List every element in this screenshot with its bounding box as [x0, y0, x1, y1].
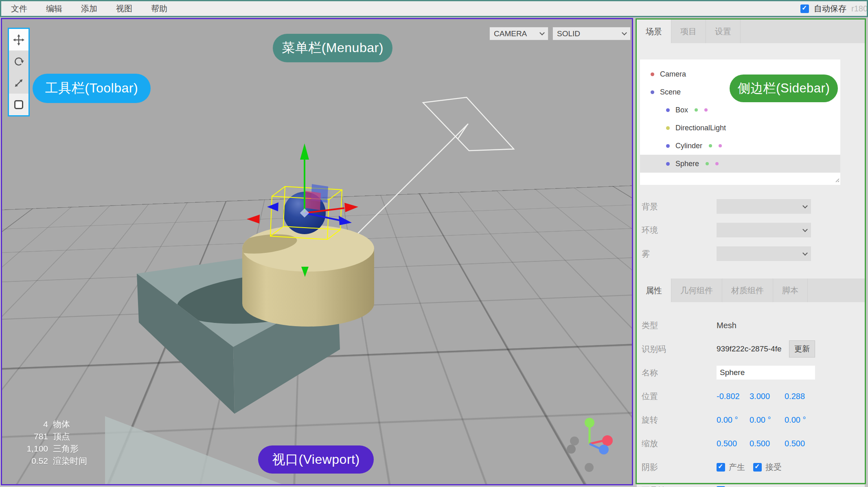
outliner-item-label: Camera — [660, 70, 686, 79]
outliner-item-box[interactable]: Box — [640, 101, 840, 119]
visibility-label: 可见性 — [642, 485, 717, 487]
menu-add[interactable]: 添加 — [75, 2, 103, 15]
outliner-item-sphere[interactable]: Sphere — [640, 155, 840, 173]
uuid-row: 识别码 939f222c-2875-4fe 更新 — [637, 337, 865, 361]
background-select[interactable] — [717, 199, 811, 214]
autosave-label: 自动保存 — [814, 3, 846, 14]
local-space-checkbox[interactable] — [14, 100, 23, 109]
chevron-down-icon — [622, 30, 627, 35]
object-type-dot — [666, 126, 670, 130]
outliner-item-label: Scene — [660, 88, 681, 97]
material-dot — [704, 108, 708, 112]
tab-scene[interactable]: 场景 — [637, 20, 671, 43]
annotation-sidebar-badge: 侧边栏(Sidebar) — [730, 75, 838, 102]
position-row: 位置 -0.802 3.000 0.288 — [637, 384, 865, 408]
stat-triangles-label: 三角形 — [53, 443, 79, 454]
shadow-cast-checkbox[interactable] — [717, 463, 725, 472]
menu-file[interactable]: 文件 — [5, 2, 33, 15]
tab-script[interactable]: 脚本 — [773, 279, 808, 302]
position-label: 位置 — [642, 391, 717, 402]
stat-objects-value: 4 — [12, 419, 48, 429]
environment-row: 环境 — [637, 218, 865, 242]
material-dot — [715, 162, 719, 165]
rotation-y-field[interactable]: 0.00 ° — [750, 415, 785, 425]
background-row: 背景 — [637, 195, 865, 218]
outliner-item-label: Cylinder — [675, 142, 702, 150]
object-type-dot — [651, 90, 654, 94]
annotation-toolbar-badge: 工具栏(Toolbar) — [33, 74, 151, 103]
name-label: 名称 — [642, 367, 717, 378]
tab-geometry[interactable]: 几何组件 — [671, 279, 722, 302]
outliner-item-label: DirectionalLight — [675, 124, 726, 132]
camera-select-value: CAMERA — [494, 29, 527, 38]
view-axes-gizmo[interactable] — [567, 418, 613, 472]
object-tabbar: 属性 几何组件 材质组件 脚本 — [637, 279, 865, 302]
menu-view[interactable]: 视图 — [110, 2, 138, 15]
tab-settings[interactable]: 设置 — [706, 20, 741, 43]
rotation-row: 旋转 0.00 ° 0.00 ° 0.00 ° — [637, 408, 865, 432]
rotation-x-field[interactable]: 0.00 ° — [717, 415, 750, 425]
menubar: 文件 编辑 添加 视图 帮助 自动保存 r180 — [0, 0, 868, 17]
shading-select-value: SOLID — [557, 29, 580, 38]
uuid-regenerate-button[interactable]: 更新 — [789, 340, 815, 358]
scale-x-field[interactable]: 0.500 — [717, 439, 750, 448]
scale-z-field[interactable]: 0.500 — [785, 439, 817, 448]
rotation-label: 旋转 — [642, 415, 717, 426]
stat-triangles-value: 1,100 — [12, 444, 48, 454]
chevron-down-icon — [802, 203, 808, 208]
outliner-resize-handle[interactable] — [834, 177, 840, 184]
geometry-dot — [706, 162, 709, 165]
position-z-field[interactable]: 0.288 — [785, 392, 817, 401]
scale-y-field[interactable]: 0.500 — [750, 439, 785, 448]
scale-row: 缩放 0.500 0.500 0.500 — [637, 432, 865, 455]
scale-tool-button[interactable] — [9, 72, 28, 94]
position-x-field[interactable]: -0.802 — [717, 392, 750, 401]
position-y-field[interactable]: 3.000 — [750, 392, 785, 401]
material-dot — [719, 144, 722, 147]
object-type-dot — [666, 162, 670, 166]
outliner-item-cylinder[interactable]: Cylinder — [640, 137, 840, 155]
outliner-item-directionallight[interactable]: DirectionalLight — [640, 119, 840, 137]
shadow-receive-label: 接受 — [765, 462, 782, 473]
shading-select[interactable]: SOLID — [552, 27, 631, 40]
object-type-dot — [666, 108, 670, 112]
autosave-checkbox[interactable] — [800, 4, 809, 13]
shadow-cast-label: 产生 — [729, 462, 745, 473]
stat-objects-label: 物体 — [53, 419, 70, 430]
menu-help[interactable]: 帮助 — [145, 2, 173, 15]
tab-project[interactable]: 项目 — [671, 20, 706, 43]
rotate-icon — [13, 56, 24, 67]
rotation-z-field[interactable]: 0.00 ° — [785, 415, 817, 425]
tab-object-properties[interactable]: 属性 — [637, 279, 671, 302]
geometry-dot — [709, 144, 712, 147]
shadow-receive-checkbox[interactable] — [753, 463, 762, 472]
annotation-viewport-badge: 视口(Viewport) — [258, 445, 374, 474]
fog-select[interactable] — [717, 246, 811, 261]
chevron-down-icon — [802, 227, 808, 232]
geometry-dot — [695, 108, 698, 112]
toolbar — [8, 28, 30, 116]
menu-items: 文件 编辑 添加 视图 帮助 — [1, 2, 180, 15]
object-type-dot — [651, 72, 654, 76]
local-space-toggle[interactable] — [9, 94, 28, 115]
scale-icon — [13, 77, 24, 89]
shadow-label: 阴影 — [642, 462, 717, 473]
menu-edit[interactable]: 编辑 — [40, 2, 68, 15]
scene-settings: 背景 环境 雾 — [637, 195, 865, 265]
environment-select[interactable] — [717, 223, 811, 237]
rotate-tool-button[interactable] — [9, 50, 28, 72]
fog-label: 雾 — [642, 248, 717, 259]
shadow-row: 阴影 产生 接受 — [637, 455, 865, 479]
fog-row: 雾 — [637, 242, 865, 265]
stat-vertices-value: 781 — [12, 432, 48, 441]
clipped-visibility-row: 可见性 — [637, 485, 865, 487]
tab-material[interactable]: 材质组件 — [722, 279, 773, 302]
object-properties: 类型 Mesh 识别码 939f222c-2875-4fe 更新 名称 位置 -… — [637, 302, 865, 479]
scale-label: 缩放 — [642, 438, 717, 449]
translate-tool-button[interactable] — [9, 29, 28, 50]
name-input[interactable] — [717, 366, 815, 380]
environment-label: 环境 — [642, 225, 717, 236]
camera-select[interactable]: CAMERA — [489, 27, 548, 40]
annotation-menubar-badge: 菜单栏(Menubar) — [273, 34, 392, 62]
cylinder-mesh[interactable] — [233, 225, 374, 327]
